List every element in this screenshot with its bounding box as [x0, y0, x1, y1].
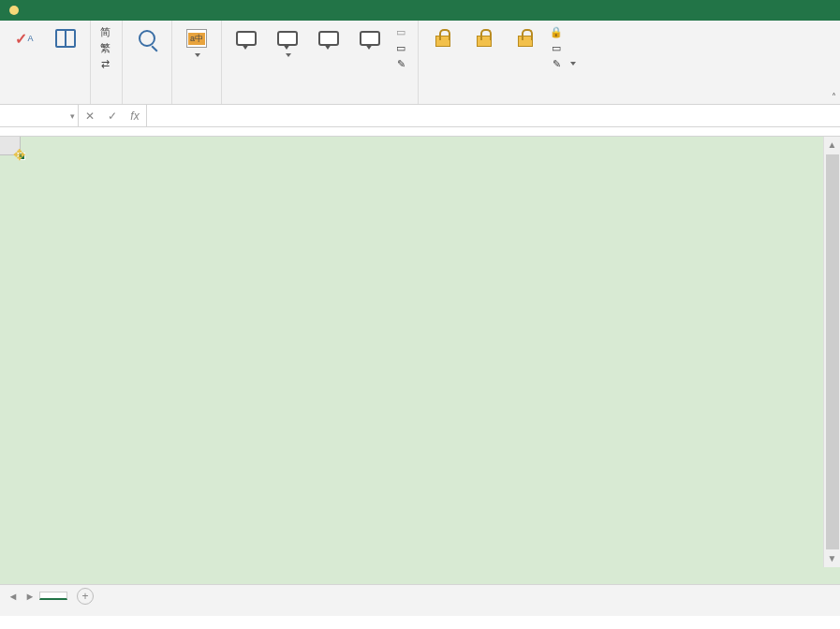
sheet-nav-prev[interactable]: ◄	[6, 591, 21, 602]
delete-comment-button[interactable]	[269, 22, 306, 57]
track-changes-button[interactable]: ✎	[548, 56, 578, 71]
chevron-down-icon[interactable]: ▾	[70, 111, 75, 121]
spreadsheet-grid: ▲▼	[0, 137, 840, 584]
new-comment-button[interactable]	[228, 22, 265, 53]
add-sheet-button[interactable]: +	[77, 588, 94, 605]
allow-edit-ranges-button[interactable]: ▭	[548, 40, 578, 55]
tell-me[interactable]	[0, 0, 32, 21]
formula-input[interactable]	[147, 105, 840, 126]
sheet-nav-next[interactable]: ►	[22, 591, 37, 602]
magnifier-icon	[139, 30, 155, 47]
bulb-icon	[9, 6, 19, 15]
ribbon-group-changes: 🔒 ▭ ✎	[419, 21, 583, 104]
menu-bar	[0, 0, 840, 21]
ribbon-group-chinese: 简 繁 ⇄	[91, 21, 123, 104]
cells-area[interactable]	[21, 155, 840, 584]
ribbon-group-proofing: ✓A	[0, 21, 91, 104]
comment-icon	[318, 31, 339, 46]
chevron-down-icon	[195, 53, 200, 57]
toggle-comment-button: ▭	[392, 24, 412, 39]
ribbon-collapse-icon[interactable]: ˄	[832, 92, 836, 102]
sheet-tab[interactable]	[39, 592, 67, 600]
ribbon-group-insights	[123, 21, 172, 104]
comment-icon	[277, 31, 298, 46]
simp-to-trad-button[interactable]: 简	[96, 24, 116, 39]
spellcheck-button[interactable]: ✓A	[6, 22, 43, 53]
protect-sheet-button[interactable]	[424, 22, 462, 53]
next-comment-button[interactable]	[351, 22, 389, 53]
show-ink-button[interactable]: ✎	[392, 56, 412, 71]
name-box[interactable]: ▾	[0, 105, 79, 126]
protect-share-button: 🔒	[548, 24, 578, 39]
convert-button[interactable]: ⇄	[96, 56, 116, 71]
translate-icon: a中	[186, 29, 207, 48]
chevron-down-icon	[286, 53, 291, 57]
protect-workbook-button[interactable]	[465, 22, 503, 53]
sheet-tab-bar: ◄ ► +	[0, 584, 840, 607]
show-all-comments-button[interactable]: ▭	[392, 40, 412, 55]
prev-comment-button[interactable]	[310, 22, 347, 53]
column-headers	[21, 137, 840, 155]
ribbon-group-language: a中	[172, 21, 222, 104]
ribbon-group-comments: ▭ ▭ ✎	[222, 21, 419, 104]
cancel-formula-button[interactable]: ✕	[79, 110, 101, 123]
cursor-icon	[21, 155, 36, 170]
share-workbook-button[interactable]	[507, 22, 544, 53]
comment-icon	[236, 31, 257, 46]
formula-bar: ▾ ✕ ✓ fx	[0, 105, 840, 127]
chevron-down-icon	[570, 62, 576, 66]
ribbon: ✓A 简 繁 ⇄ a中 ▭	[0, 21, 840, 105]
thesaurus-button[interactable]	[47, 22, 84, 53]
vertical-scrollbar[interactable]: ▲▼	[823, 137, 840, 567]
translate-button[interactable]: a中	[178, 22, 215, 57]
fx-icon[interactable]: fx	[124, 110, 146, 123]
comment-icon	[360, 31, 380, 46]
confirm-formula-button[interactable]: ✓	[101, 110, 124, 123]
lock-icon	[518, 36, 533, 47]
book-icon	[55, 29, 76, 48]
lock-icon	[435, 36, 450, 47]
trad-to-simp-button[interactable]: 繁	[96, 40, 116, 55]
lock-icon	[477, 36, 492, 47]
smart-lookup-button[interactable]	[128, 22, 166, 53]
